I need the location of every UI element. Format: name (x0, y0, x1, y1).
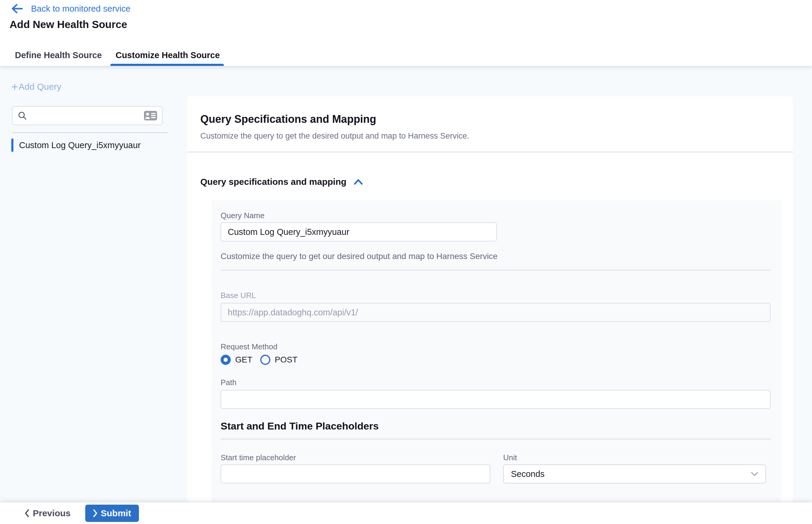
plus-icon: + (11, 81, 18, 93)
radio-label-post: POST (275, 355, 297, 364)
form-divider (221, 270, 770, 271)
start-time-label: Start time placeholder (221, 453, 296, 462)
search-icon (18, 111, 27, 120)
section-header[interactable]: Query specifications and mapping (200, 177, 363, 187)
previous-label: Previous (33, 508, 71, 518)
chevron-up-icon[interactable] (354, 179, 363, 185)
chevron-down-icon (751, 472, 758, 476)
back-arrow-icon (11, 4, 23, 14)
screen: Back to monitored service Add New Health… (0, 0, 812, 524)
back-to-monitored-service-link[interactable]: Back to monitored service (11, 4, 131, 14)
sidebar-divider (12, 132, 167, 133)
card-subtitle: Customize the query to get the desired o… (200, 131, 469, 141)
submit-button[interactable]: Submit (85, 505, 139, 522)
request-method-radio-group: GET POST (221, 355, 297, 365)
card-heading: Query Specifications and Mapping (200, 113, 376, 126)
start-time-input[interactable] (221, 464, 490, 484)
page-title: Add New Health Source (10, 18, 127, 30)
chevron-left-icon (25, 509, 29, 518)
submit-label: Submit (101, 508, 131, 518)
footer-bar: Previous Submit (0, 503, 812, 524)
tab-label: Define Health Source (15, 50, 102, 60)
unit-select[interactable]: Seconds (503, 464, 766, 484)
query-spec-card: Query Specifications and Mapping Customi… (187, 96, 793, 503)
radio-label-get: GET (235, 355, 253, 364)
page-header: Back to monitored service Add New Health… (0, 0, 812, 66)
card-divider (187, 152, 793, 152)
search-input[interactable] (30, 111, 140, 121)
tab-define-health-source[interactable]: Define Health Source (15, 45, 102, 66)
base-url-input (221, 303, 770, 322)
query-name-input[interactable] (221, 222, 497, 242)
form-divider-2 (221, 439, 770, 439)
placeholders-heading: Start and End Time Placeholders (221, 420, 378, 432)
tab-label: Customize Health Source (116, 50, 220, 60)
query-form-panel: Query Name Customize the query to get ou… (212, 200, 781, 503)
path-label: Path (221, 378, 237, 387)
query-list-item[interactable]: Custom Log Query_i5xmyyuaur (11, 138, 167, 153)
add-query-label: Add Query (18, 82, 61, 92)
tab-customize-health-source[interactable]: Customize Health Source (116, 45, 220, 66)
query-name-helper: Customize the query to get our desired o… (221, 251, 498, 261)
card-view-icon[interactable] (144, 110, 157, 121)
active-tab-underline (110, 64, 224, 66)
unit-label: Unit (503, 453, 517, 462)
section-title: Query specifications and mapping (200, 177, 346, 187)
radio-option-get[interactable]: GET (221, 355, 253, 365)
request-method-label: Request Method (221, 342, 277, 351)
base-url-label: Base URL (221, 291, 256, 300)
query-item-label: Custom Log Query_i5xmyyuaur (19, 141, 141, 150)
add-query-button[interactable]: + Add Query (11, 81, 61, 93)
previous-button[interactable]: Previous (25, 503, 71, 524)
back-link-label: Back to monitored service (31, 4, 131, 14)
unit-select-value: Seconds (511, 469, 545, 479)
radio-unchecked-icon[interactable] (260, 355, 270, 365)
radio-checked-icon[interactable] (221, 355, 231, 365)
query-search-box[interactable] (12, 106, 163, 125)
radio-option-post[interactable]: POST (260, 355, 297, 365)
selected-item-bar (11, 138, 13, 152)
chevron-right-icon (93, 509, 98, 518)
path-input[interactable] (221, 390, 770, 409)
query-name-label: Query Name (221, 211, 264, 220)
tab-bar: Define Health Source Customize Health So… (15, 45, 220, 66)
